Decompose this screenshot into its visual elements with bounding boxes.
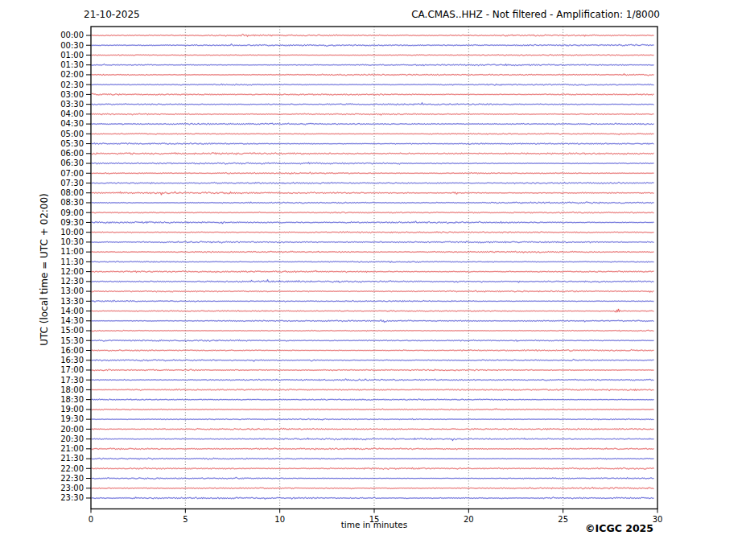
x-tick-label: 5 — [183, 515, 188, 524]
helicorder-plot: 00:0000:3001:0001:3002:0002:3003:0003:30… — [0, 0, 746, 560]
y-tick-label: 13:30 — [60, 297, 84, 306]
y-tick-label: 16:30 — [60, 356, 84, 364]
seismogram-figure: 21-10-2025 CA.CMAS..HHZ - Not filtered -… — [0, 0, 746, 560]
y-tick-label: 17:30 — [60, 376, 84, 385]
y-tick-label: 13:00 — [60, 286, 84, 295]
trace-fuzz-20:30 — [92, 438, 654, 440]
grid-lines — [185, 27, 563, 509]
y-tick-label: 23:00 — [60, 484, 84, 492]
y-tick-label: 05:00 — [60, 130, 84, 138]
y-tick-label: 12:30 — [60, 277, 84, 286]
y-tick-label: 04:00 — [60, 109, 84, 118]
y-tick-label: 10:00 — [60, 228, 84, 237]
y-tick-label: 22:30 — [60, 474, 84, 483]
y-tick-label: 22:00 — [60, 464, 84, 473]
y-tick-label: 09:00 — [60, 208, 84, 217]
y-tick-label: 11:30 — [60, 257, 84, 266]
y-tick-label: 11:00 — [60, 247, 84, 256]
y-tick-label: 02:00 — [60, 70, 84, 79]
y-tick-label: 08:30 — [60, 198, 84, 207]
y-tick-label: 12:00 — [60, 267, 84, 276]
y-tick-label: 00:30 — [60, 41, 84, 50]
y-axis: 00:0000:3001:0001:3002:0002:3003:0003:30… — [60, 31, 91, 502]
y-tick-label: 19:00 — [60, 405, 84, 414]
y-tick-label: 15:00 — [60, 326, 84, 335]
y-tick-label: 19:30 — [60, 414, 84, 423]
y-tick-label: 01:00 — [60, 51, 84, 60]
y-tick-label: 06:00 — [60, 149, 84, 158]
y-tick-label: 21:30 — [60, 454, 84, 463]
y-tick-label: 00:00 — [60, 31, 84, 39]
y-tick-label: 02:30 — [60, 80, 84, 89]
y-tick-label: 05:30 — [60, 139, 84, 148]
x-tick-label: 10 — [274, 515, 285, 524]
y-tick-label: 20:30 — [60, 434, 84, 443]
x-tick-label: 30 — [653, 515, 663, 524]
trace-rows — [92, 35, 654, 500]
y-tick-label: 15:30 — [60, 336, 84, 345]
y-tick-label: 03:00 — [60, 90, 84, 99]
x-tick-label: 0 — [89, 515, 93, 524]
y-tick-label: 14:00 — [60, 307, 84, 315]
x-axis-label: time in minutes — [341, 520, 407, 529]
y-tick-label: 08:00 — [60, 188, 84, 197]
y-tick-label: 14:30 — [60, 316, 84, 325]
y-tick-label: 03:30 — [60, 100, 84, 109]
y-tick-label: 07:00 — [60, 169, 84, 178]
y-tick-label: 07:30 — [60, 179, 84, 187]
trace-fuzz-14:00 — [92, 309, 654, 312]
x-tick-label: 20 — [464, 515, 474, 524]
y-tick-label: 18:00 — [60, 385, 84, 394]
y-tick-label: 20:00 — [60, 425, 84, 434]
y-tick-label: 18:30 — [60, 395, 84, 404]
y-tick-label: 10:30 — [60, 237, 84, 246]
trace-09:30 — [92, 221, 654, 224]
y-tick-label: 17:00 — [60, 365, 84, 374]
y-tick-label: 04:30 — [60, 119, 84, 128]
y-tick-label: 01:30 — [60, 60, 84, 69]
y-tick-label: 09:30 — [60, 218, 84, 227]
y-tick-label: 21:00 — [60, 444, 84, 453]
y-tick-label: 23:30 — [60, 493, 84, 502]
y-tick-label: 16:00 — [60, 346, 84, 355]
copyright-credit: ©ICGC 2025 — [585, 522, 653, 534]
y-tick-label: 06:30 — [60, 159, 84, 167]
x-tick-label: 25 — [558, 515, 568, 524]
